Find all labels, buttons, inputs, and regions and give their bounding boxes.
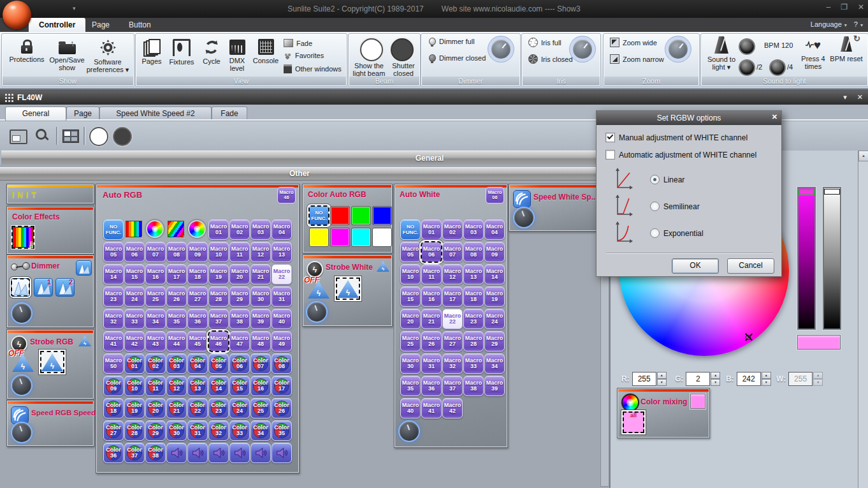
help-menu[interactable]: ?	[854, 20, 858, 28]
tab-fade[interactable]: Fade	[212, 107, 247, 120]
exponential-option[interactable]: Exponential	[650, 228, 704, 238]
macro-button[interactable]: Macro36	[187, 309, 208, 329]
iris-full-button[interactable]: Iris full	[528, 38, 561, 47]
bpm-div2-button[interactable]	[740, 61, 754, 75]
color-macro-button[interactable]: Color27	[103, 420, 124, 441]
slider-handle[interactable]	[799, 189, 814, 196]
macro-button[interactable]: Macro41	[103, 331, 124, 351]
macro-button[interactable]: Macro05	[103, 242, 124, 262]
ok-button[interactable]: OK	[672, 258, 719, 274]
macro-button[interactable]: Macro25	[400, 331, 421, 351]
color-swatch[interactable]	[330, 206, 350, 225]
macro-button[interactable]: Macro29	[229, 286, 250, 307]
speaker-button[interactable]	[229, 443, 250, 463]
macro-button[interactable]: Macro34	[484, 353, 505, 374]
macro-button[interactable]: Macro28	[208, 286, 229, 307]
color-macro-button[interactable]: Color37	[124, 443, 145, 463]
color-macro-button[interactable]: Color21	[166, 398, 187, 418]
tab-speed-white-speed-2[interactable]: Speed White Speed #2	[99, 107, 212, 120]
macro-button[interactable]: Macro35	[166, 309, 187, 329]
green-input[interactable]	[686, 372, 710, 386]
manual-white-option[interactable]: Manual adjustment of WHITE channel	[605, 133, 748, 142]
macro-button[interactable]: Macro27	[442, 331, 463, 351]
display-mode-button[interactable]	[10, 129, 27, 144]
other-windows-button[interactable]: Other windows	[284, 64, 342, 73]
macro-button[interactable]: Macro03	[250, 219, 271, 240]
macro-button[interactable]: Macro14	[103, 264, 124, 285]
dmx-level-button[interactable]: DMX level	[224, 36, 250, 72]
blue-stepper[interactable]: ▲▼	[762, 372, 771, 386]
color-swatch[interactable]	[372, 206, 392, 225]
macro-button[interactable]: Macro44	[166, 331, 187, 351]
speed-rgb-knob[interactable]	[12, 423, 31, 442]
macro-button[interactable]: Macro29	[484, 331, 505, 351]
checkbox[interactable]	[605, 133, 615, 142]
console-button[interactable]: Console	[249, 36, 282, 64]
macro-button[interactable]: Macro34	[145, 309, 166, 329]
scroll-up-icon[interactable]: ▲	[858, 151, 868, 161]
strobe-on-button[interactable]: ϟ	[40, 351, 64, 373]
macro-button[interactable]: Macro32	[442, 353, 463, 374]
macro-button[interactable]: Macro21	[421, 309, 442, 329]
macro-button[interactable]: Macro33	[124, 309, 145, 329]
minimize-button[interactable]: –	[826, 3, 830, 11]
macro-button[interactable]: Macro30	[250, 286, 271, 307]
dimmer-knob[interactable]	[491, 40, 510, 59]
macro-button[interactable]: Macro18	[187, 264, 208, 285]
tab-page[interactable]: Page	[66, 107, 99, 120]
automatic-white-option[interactable]: Automatic adjustment of WHITE channel	[605, 150, 756, 159]
color-macro-button[interactable]: Color23	[208, 398, 229, 418]
macro-button[interactable]: Macro26	[166, 286, 187, 307]
macro-button[interactable]: Macro19	[484, 286, 505, 307]
color-macro-button[interactable]: Color38	[145, 443, 166, 463]
macro-button[interactable]: Macro26	[421, 331, 442, 351]
fixtures-button[interactable]: Fixtures	[165, 36, 198, 66]
color-swatch[interactable]	[351, 228, 371, 247]
auto-white-active-badge[interactable]: Macro06	[486, 187, 504, 203]
color-macro-button[interactable]: Color31	[187, 420, 208, 441]
strobe-on-button[interactable]: ϟ	[336, 277, 360, 300]
macro-button[interactable]: Macro04	[484, 219, 505, 240]
color-macro-button[interactable]: Color36	[103, 443, 124, 463]
macro-button[interactable]: Macro25	[145, 286, 166, 307]
shutter-closed-button[interactable]	[391, 38, 414, 61]
language-menu[interactable]: Language	[811, 20, 842, 28]
color-swatch[interactable]	[351, 206, 371, 225]
macro-button[interactable]: Macro32	[103, 309, 124, 329]
color-macro-button[interactable]: Color08	[271, 353, 292, 374]
slider-handle[interactable]	[824, 189, 840, 195]
color-macro-button[interactable]: Color33	[229, 420, 250, 441]
close-icon[interactable]: ✕	[857, 93, 863, 101]
zoom-knob[interactable]	[669, 40, 688, 59]
macro-button[interactable]: Macro37	[442, 376, 463, 396]
color-macro-button[interactable]: Color32	[208, 420, 229, 441]
green-stepper[interactable]: ▲▼	[711, 372, 720, 386]
beam-open-button[interactable]	[89, 127, 108, 146]
macro-button[interactable]: Macro40	[400, 398, 421, 418]
macro-button[interactable]: Macro30	[400, 353, 421, 374]
macro-button[interactable]: Macro42	[124, 331, 145, 351]
maximize-button[interactable]: ❐	[841, 3, 848, 11]
zoom-narrow-button[interactable]: Zoom narrow	[610, 54, 664, 64]
macro-button[interactable]: Macro06	[124, 242, 145, 262]
strobe-white-knob[interactable]	[307, 302, 326, 322]
radio-button[interactable]	[650, 202, 660, 211]
macro-button[interactable]: Macro09	[484, 242, 505, 262]
dimmer-panel-knob[interactable]	[12, 304, 31, 323]
color-macro-button[interactable]: Color28	[124, 420, 145, 441]
rainbow-down-icon[interactable]: ↓	[124, 219, 143, 239]
macro-button[interactable]: Macro12	[250, 242, 271, 262]
color-macro-button[interactable]: Color25	[250, 398, 271, 418]
macro-button[interactable]: Macro16	[145, 264, 166, 285]
rainbow-diag-icon[interactable]: ↓	[166, 219, 185, 239]
macro-button[interactable]: Macro40	[271, 309, 292, 329]
macro-button[interactable]: Macro17	[166, 264, 187, 285]
color-macro-button[interactable]: Color26	[271, 398, 292, 418]
blue-input[interactable]	[737, 372, 761, 386]
color-macro-button[interactable]: Color10	[124, 376, 145, 396]
color-macro-button[interactable]: Color30	[166, 420, 187, 441]
macro-button[interactable]: Macro03	[463, 219, 484, 240]
color-macro-button[interactable]: Color07	[250, 353, 271, 374]
strobe-off-button[interactable]: OFFϟ	[12, 354, 34, 372]
color-macro-button[interactable]: Color12	[166, 376, 187, 396]
